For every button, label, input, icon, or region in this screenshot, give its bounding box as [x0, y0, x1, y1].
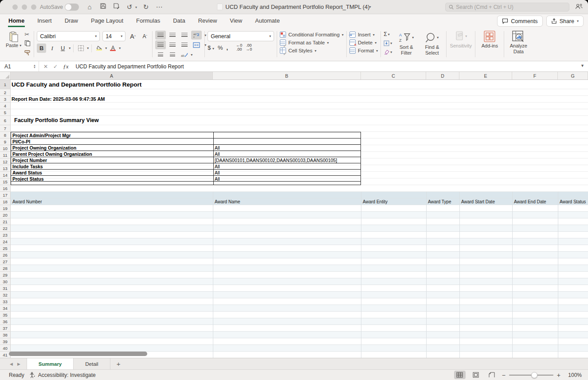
filter-row-1[interactable]: Project Admin/Project Mgr — [11, 132, 361, 139]
insert-function-icon[interactable]: ƒx — [63, 63, 68, 70]
zoom-window-button[interactable] — [31, 4, 36, 10]
currency-icon[interactable]: $ ▾ — [208, 44, 214, 51]
page-layout-view-icon[interactable] — [470, 371, 482, 379]
comments-button[interactable]: Comments — [497, 16, 542, 27]
grid-row-17[interactable] — [11, 192, 588, 198]
increase-font-icon[interactable]: A^ — [128, 32, 137, 41]
font-size-select[interactable]: 14▾ — [102, 31, 125, 41]
row-header-22[interactable]: 22 — [0, 225, 11, 232]
row-header-29[interactable]: 29 — [0, 272, 11, 278]
row-header-1[interactable]: 1 — [0, 80, 11, 89]
zoom-out-icon[interactable]: − — [502, 372, 506, 379]
prev-sheet-icon[interactable]: ◀ — [10, 362, 13, 366]
select-all-corner[interactable] — [0, 72, 11, 79]
column-header-A[interactable]: A — [11, 72, 213, 79]
copy-icon[interactable] — [24, 40, 31, 48]
accessibility-status[interactable]: Accessibility: Investigate — [29, 372, 96, 378]
format-cells-button[interactable]: Format▾ — [349, 48, 378, 54]
autosave-toggle[interactable] — [65, 4, 79, 11]
decrease-indent-icon[interactable] — [155, 50, 166, 59]
row-header-28[interactable]: 28 — [0, 265, 11, 272]
tab-data[interactable]: Data — [172, 15, 185, 27]
grid-row-20[interactable] — [11, 212, 588, 218]
font-name-select[interactable]: Calibri▾ — [37, 31, 100, 41]
wrap-text-chevron-icon[interactable]: ▾ — [204, 33, 206, 37]
grid-row-35[interactable] — [11, 312, 588, 318]
undo-chevron-icon[interactable]: ▾ — [135, 5, 137, 9]
decrease-decimal-icon[interactable]: .00→0 — [246, 44, 252, 51]
orientation-icon[interactable]: ab ▾ — [179, 50, 190, 59]
analyze-data-button[interactable]: Analyze Data — [507, 29, 530, 59]
row-header-17[interactable]: 17 — [0, 192, 11, 198]
column-header-C[interactable]: C — [361, 72, 426, 79]
addins-button[interactable]: Add-ins — [478, 29, 501, 59]
close-window-button[interactable] — [12, 4, 18, 10]
sort-filter-button[interactable]: AZ ▾ Sort & Filter — [395, 31, 418, 59]
row-header-6[interactable]: 6 — [0, 116, 11, 125]
add-sheet-button[interactable]: + — [110, 358, 127, 369]
name-box-stepper[interactable]: ▲▼ — [33, 64, 36, 69]
document-title[interactable]: UCD Faculty and Department Portfolio Rep… — [217, 4, 371, 10]
award-header-6[interactable]: Award End Date — [514, 198, 546, 205]
row-header-35[interactable]: 35 — [0, 312, 11, 318]
page-break-view-icon[interactable] — [486, 371, 498, 379]
column-header-E[interactable]: E — [459, 72, 512, 79]
comma-icon[interactable]: , — [227, 44, 228, 51]
font-color-icon[interactable]: A — [108, 44, 118, 53]
borders-icon[interactable] — [76, 44, 86, 53]
filter-row-3[interactable]: Project Owning OrganizationAll — [11, 145, 361, 151]
borders-chevron-icon[interactable]: ▾ — [87, 46, 89, 50]
tab-review[interactable]: Review — [198, 15, 218, 27]
row-header-39[interactable]: 39 — [0, 338, 11, 345]
fill-color-icon[interactable] — [94, 44, 104, 53]
search-box[interactable] — [445, 3, 569, 12]
tab-insert[interactable]: Insert — [37, 15, 52, 27]
grid-row-23[interactable] — [11, 232, 588, 238]
award-header-2[interactable]: Award Name — [215, 198, 240, 205]
format-painter-icon[interactable] — [24, 50, 31, 57]
grid-row-5[interactable] — [11, 109, 588, 116]
row-header-27[interactable]: 27 — [0, 258, 11, 265]
insert-cells-button[interactable]: ⇥ Insert▾ — [349, 32, 378, 38]
tab-automate[interactable]: Automate — [255, 15, 280, 27]
report-run-date-cell[interactable]: Report Run Date: 2025-03-06 9:47:35 AM — [12, 96, 105, 103]
align-top-icon[interactable] — [155, 31, 166, 40]
row-header-12[interactable]: 12 — [0, 158, 11, 165]
find-select-button[interactable]: ▾ Find & Select — [420, 31, 443, 59]
filter-row-4[interactable]: Parent Project Owning OrganizationAll — [11, 151, 361, 157]
award-header-4[interactable]: Award Type — [428, 198, 451, 205]
section-title-cell[interactable]: Faculty Portfolio Summary View — [14, 116, 99, 125]
redo-icon[interactable]: ↻ — [141, 2, 150, 12]
confirm-entry-icon[interactable]: ✓ — [53, 63, 58, 70]
align-center-icon[interactable] — [167, 40, 178, 49]
row-header-15[interactable]: 15 — [0, 178, 11, 185]
row-header-18[interactable]: 18 — [0, 198, 11, 205]
grid-row-2[interactable] — [11, 89, 588, 96]
paste-button[interactable]: Paste▾ — [4, 30, 23, 49]
row-header-10[interactable]: 10 — [0, 145, 11, 152]
cancel-entry-icon[interactable]: ✕ — [43, 63, 48, 70]
row-header-32[interactable]: 32 — [0, 292, 11, 298]
sheet-tab-detail[interactable]: Detail — [74, 358, 110, 369]
filter-row-6[interactable]: Include TasksAll — [11, 163, 361, 170]
increase-decimal-icon[interactable]: ←0.00 — [236, 44, 242, 51]
row-header-2[interactable]: 2 — [0, 89, 11, 96]
number-format-select[interactable]: General▾ — [208, 31, 274, 41]
grid-row-19[interactable] — [11, 205, 588, 212]
clear-icon[interactable]: ▾ — [384, 48, 392, 55]
grid-row-24[interactable] — [11, 238, 588, 245]
row-header-31[interactable]: 31 — [0, 285, 11, 292]
column-header-F[interactable]: F — [512, 72, 558, 79]
grid-row-33[interactable] — [11, 298, 588, 305]
decrease-font-icon[interactable]: Aˇ — [140, 32, 149, 41]
grid-row-29[interactable] — [11, 272, 588, 278]
row-header-33[interactable]: 33 — [0, 298, 11, 305]
orientation-chevron-icon[interactable]: ▾ — [191, 53, 192, 57]
zoom-slider[interactable] — [509, 375, 553, 376]
grid-row-25[interactable] — [11, 245, 588, 252]
cell-styles-button[interactable]: Cell Styles▾ — [280, 48, 344, 54]
row-header-34[interactable]: 34 — [0, 305, 11, 312]
grid-row-26[interactable] — [11, 252, 588, 258]
save-icon[interactable] — [98, 2, 107, 12]
row-header-40[interactable]: 40 — [0, 345, 11, 352]
